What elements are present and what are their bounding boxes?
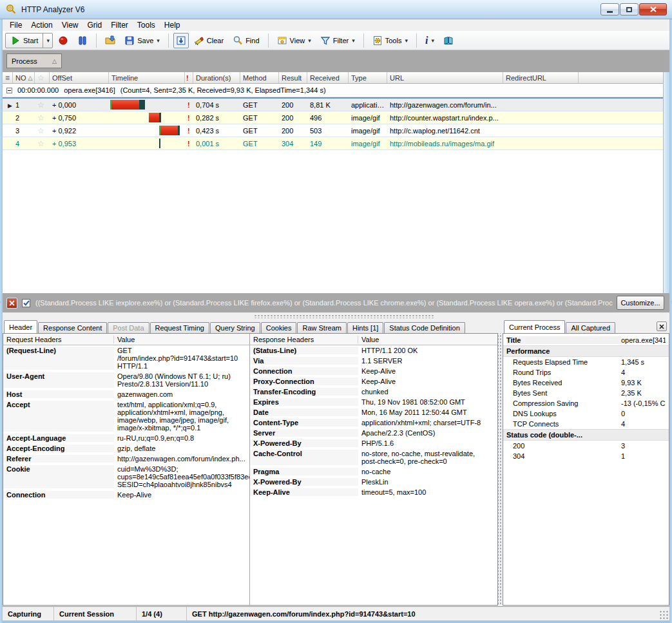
table-row[interactable]: (Request-Line)GET /forum/index.php?id=91… [3, 347, 249, 370]
col-result[interactable]: Result [279, 72, 307, 83]
col-indicator[interactable]: ≡ [3, 72, 13, 83]
table-row[interactable]: ConnectionKeep-Alive [250, 367, 497, 375]
find-button[interactable]: Find [229, 33, 263, 48]
col-redirecturl[interactable]: RedirectURL [503, 72, 579, 83]
response-headers-col[interactable]: Response Headers [250, 336, 358, 343]
tab-post-data[interactable]: Post Data [108, 322, 149, 333]
table-row[interactable]: (Status-Line)HTTP/1.1 200 OK [250, 347, 497, 354]
customize-button[interactable]: Customize... [617, 296, 664, 310]
grid-vertical-scrollbar[interactable] [663, 72, 669, 293]
remove-filter-button[interactable] [6, 298, 17, 309]
col-method[interactable]: Method [240, 72, 279, 83]
table-row[interactable]: Refererhttp://gazenwagen.com/forum/index… [3, 455, 249, 463]
table-row[interactable]: Pragmano-cache [250, 468, 497, 475]
tab-cookies[interactable]: Cookies [261, 322, 297, 333]
filter-button[interactable]: Filter ▾ [316, 33, 359, 48]
grid-menu-icon: ≡ [5, 73, 10, 82]
table-row[interactable]: DateMon, 16 May 2011 12:50:44 GMT [250, 408, 497, 416]
col-bookmark[interactable]: ☆ [35, 72, 50, 83]
col-no[interactable]: NO△ [13, 72, 35, 83]
table-row[interactable]: Cookiecuid=Mw%3D%3D; cups=8e149c5af81eea… [3, 465, 249, 488]
tools-button[interactable]: Tools ▾ [369, 33, 412, 48]
table-row[interactable]: ServerApache/2.2.3 (CentOS) [250, 429, 497, 437]
detail-tabstrip: Header Response Content Post Data Reques… [3, 320, 498, 333]
table-row[interactable]: Via1.1 SERVER [250, 357, 497, 365]
tab-all-captured[interactable]: All Captured [566, 322, 615, 333]
resize-grip[interactable] [660, 611, 669, 620]
col-duration[interactable]: Duration(s) [193, 72, 240, 83]
star-icon[interactable]: ☆ [37, 140, 44, 148]
request-headers-col[interactable]: Request Headers [3, 336, 114, 343]
table-row[interactable]: X-Powered-ByPleskLin [250, 478, 497, 486]
tab-query-string[interactable]: Query String [210, 322, 260, 333]
menu-tools[interactable]: Tools [133, 19, 160, 31]
col-received[interactable]: Received [307, 72, 349, 83]
table-row[interactable]: Proxy-ConnectionKeep-Alive [250, 378, 497, 385]
group-row[interactable]: 00:00:00.000 opera.exe[3416] (Count=4, S… [3, 84, 669, 97]
menu-file[interactable]: File [5, 19, 26, 31]
group-process: opera.exe[3416] [64, 86, 115, 94]
filter-enabled-checkbox[interactable] [22, 299, 30, 307]
pause-button[interactable] [73, 33, 91, 48]
table-row[interactable]: ExpiresThu, 19 Nov 1981 08:52:00 GMT [250, 398, 497, 406]
panel-close-button[interactable] [657, 321, 667, 331]
save-dropdown[interactable]: ▾ [157, 37, 160, 44]
col-type[interactable]: Type [349, 72, 387, 83]
menu-help[interactable]: Help [160, 19, 185, 31]
table-row[interactable]: 2 ☆ + 0,750 ! 0,282 s GET 200 496 image/… [3, 111, 669, 124]
star-icon[interactable]: ☆ [37, 114, 44, 122]
table-row[interactable]: Content-Typeapplication/xhtml+xml; chars… [250, 419, 497, 427]
table-row[interactable]: 4 ☆ + 0,953 ! 0,001 s GET 304 149 image/… [3, 137, 669, 150]
vertical-splitter[interactable] [498, 333, 503, 606]
menu-action[interactable]: Action [26, 19, 57, 31]
table-row[interactable]: Keep-Alivetimeout=5, max=100 [250, 488, 497, 496]
tab-raw-stream[interactable]: Raw Stream [297, 322, 347, 333]
menu-view[interactable]: View [57, 19, 83, 31]
submit-button[interactable] [101, 33, 119, 48]
col-error[interactable]: ! [185, 72, 193, 83]
table-row[interactable]: User-AgentOpera/9.80 (Windows NT 6.1; U;… [3, 372, 249, 388]
table-row[interactable]: 3 ☆ + 0,922 ! 0,423 s GET 200 503 image/… [3, 124, 669, 137]
tab-header[interactable]: Header [4, 320, 37, 333]
col-offset[interactable]: OffSet [50, 72, 109, 83]
status-count: 1/4 (4) [137, 607, 187, 620]
horizontal-splitter[interactable] [3, 312, 669, 320]
help-button[interactable] [439, 33, 457, 48]
table-row[interactable]: Accept-Languageru-RU,ru;q=0.9,en;q=0.8 [3, 434, 249, 442]
table-row[interactable]: ConnectionKeep-Alive [3, 491, 249, 499]
autoscroll-toggle[interactable] [173, 33, 189, 48]
start-button[interactable]: Start ▾ [5, 33, 53, 48]
table-row[interactable]: ▶ 1 ☆ + 0,000 ! 0,704 s GET 200 8,81 K a… [3, 97, 669, 111]
tab-hints[interactable]: Hints [1] [347, 322, 383, 333]
group-tab-process[interactable]: Process △ [6, 53, 62, 68]
menu-filter[interactable]: Filter [106, 19, 133, 31]
start-dropdown[interactable]: ▾ [43, 34, 52, 48]
tab-current-process[interactable]: Current Process [504, 320, 565, 333]
col-timeline[interactable]: Timeline [109, 72, 185, 83]
close-button[interactable] [639, 3, 667, 15]
clear-button[interactable]: Clear [190, 33, 227, 48]
collapse-icon[interactable] [6, 88, 12, 93]
maximize-button[interactable] [620, 3, 638, 15]
table-row[interactable]: Hostgazenwagen.com [3, 390, 249, 398]
filter-funnel-icon [320, 35, 331, 46]
table-row[interactable]: Accepttext/html, application/xml;q=0.9, … [3, 401, 249, 432]
tab-response-content[interactable]: Response Content [38, 322, 107, 333]
table-row[interactable]: Accept-Encodinggzip, deflate [3, 445, 249, 452]
response-value-col[interactable]: Value [358, 336, 382, 343]
tab-request-timing[interactable]: Request Timing [150, 322, 209, 333]
menu-grid[interactable]: Grid [83, 19, 107, 31]
view-button[interactable]: View ▾ [273, 33, 315, 48]
table-row[interactable]: Transfer-Encodingchunked [250, 388, 497, 396]
info-button[interactable]: i ▾ [421, 33, 438, 48]
stop-button[interactable] [54, 33, 72, 48]
table-row[interactable]: X-Powered-ByPHP/5.1.6 [250, 439, 497, 447]
request-value-col[interactable]: Value [114, 336, 138, 343]
star-icon[interactable]: ☆ [37, 127, 44, 135]
table-row[interactable]: Cache-Controlno-store, no-cache, must-re… [250, 450, 497, 465]
tab-status-code-definition[interactable]: Status Code Definition [384, 322, 465, 333]
col-url[interactable]: URL [387, 72, 503, 83]
star-icon[interactable]: ☆ [37, 101, 44, 109]
save-button[interactable]: Save ▾ [120, 33, 164, 48]
minimize-button[interactable] [600, 3, 619, 15]
